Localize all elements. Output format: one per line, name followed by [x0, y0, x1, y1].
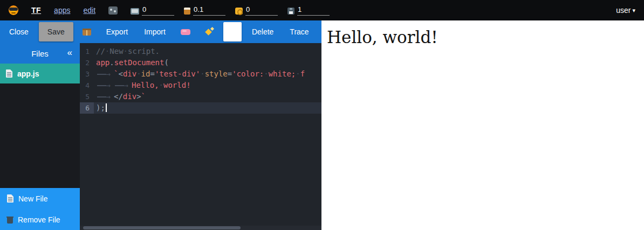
app-root: TF apps edit user ▾ CloseSaveExportImpor… — [0, 0, 644, 230]
tab-whitespace-icon: → — [96, 68, 114, 80]
code-token: = — [150, 69, 154, 78]
code-token: setDocument — [114, 58, 165, 67]
soap-icon — [181, 29, 190, 35]
editor-toolbar: CloseSaveExportImportDeleteTrace — [0, 20, 321, 43]
line-number: 5 — [80, 91, 94, 102]
delete-button[interactable]: Delete — [246, 22, 279, 41]
code-token: . — [109, 58, 114, 67]
floppy-count-input[interactable] — [297, 5, 330, 16]
code-token: ); — [96, 103, 105, 112]
code-text: →`<div·id='test-div'·style='color:·white… — [94, 68, 321, 80]
remove-file-button[interactable]: Remove File — [0, 209, 80, 230]
package-icon — [83, 29, 91, 36]
user-menu[interactable]: user ▾ — [616, 6, 635, 15]
action-label: New File — [18, 194, 47, 203]
computer-count-input[interactable] — [142, 5, 174, 16]
code-token: · — [264, 69, 268, 78]
code-token: · — [136, 69, 141, 78]
app-logo-icon[interactable] — [9, 5, 18, 15]
code-token: 'test-div' — [155, 69, 200, 78]
code-token: 'color: — [232, 69, 264, 78]
code-token: New — [109, 47, 123, 55]
code-token: · — [200, 69, 204, 78]
import-button[interactable]: Import — [138, 22, 172, 41]
code-token: id — [141, 69, 150, 78]
horizontal-scrollbar[interactable] — [80, 226, 321, 230]
document-preview: Hello, world! — [321, 20, 644, 230]
counter — [287, 5, 330, 16]
beer-icon — [184, 8, 190, 15]
preview-text: Hello, world! — [327, 27, 644, 47]
code-token: app — [96, 58, 109, 67]
tab-whitespace-icon: → — [96, 80, 114, 91]
code-token: script. — [128, 47, 160, 55]
files-sidebar: Files « app.js New FileRemove File — [0, 43, 80, 230]
code-text: →→Hello,·world! — [94, 80, 321, 91]
file-item-app.js[interactable]: app.js — [0, 64, 80, 83]
line-number: 1 — [80, 46, 94, 57]
package-button[interactable] — [78, 22, 96, 41]
action-label: Remove File — [18, 215, 60, 224]
computer-icon — [131, 8, 139, 15]
coin-count-input[interactable] — [245, 5, 278, 16]
trace-button[interactable]: Trace — [284, 22, 314, 41]
tab-whitespace-icon: → — [96, 91, 114, 102]
code-text: app.setDocument( — [94, 57, 321, 68]
tab-whitespace-icon: → — [114, 80, 132, 91]
code-token: · — [296, 69, 300, 78]
sidebar-actions: New FileRemove File — [0, 188, 80, 230]
line-number: 2 — [80, 57, 94, 68]
save-button[interactable]: Save — [39, 22, 73, 41]
code-token: · — [159, 81, 163, 89]
code-editor[interactable]: 1//·New·script.2app.setDocument(3→`<div·… — [80, 43, 321, 230]
code-text: →</div>` — [94, 91, 321, 102]
code-line-6[interactable]: 6); — [80, 102, 321, 114]
sparkles-icon — [204, 27, 214, 36]
soap-button[interactable] — [176, 22, 195, 41]
close-button[interactable]: Close — [3, 22, 35, 41]
blank-button[interactable] — [223, 22, 242, 41]
new-file-icon — [7, 194, 13, 203]
collapse-sidebar-button[interactable]: « — [67, 47, 72, 58]
code-token: div — [123, 92, 136, 101]
code-token: ` — [141, 92, 146, 101]
line-number: 3 — [80, 68, 94, 80]
counter — [131, 5, 174, 16]
beer-count-input[interactable] — [193, 5, 225, 16]
code-token: Hello, — [132, 81, 159, 89]
scrollbar-thumb[interactable] — [83, 226, 241, 229]
code-token: // — [96, 47, 105, 55]
code-token: > — [136, 92, 141, 101]
code-token: div — [123, 69, 136, 78]
code-token: = — [228, 69, 232, 78]
code-line-4[interactable]: 4→→Hello,·world! — [80, 80, 321, 91]
apps-link[interactable]: apps — [54, 6, 70, 15]
caret-down-icon: ▾ — [632, 7, 635, 14]
file-icon — [6, 69, 12, 78]
files-header: Files « — [0, 43, 80, 64]
topbar-counters — [131, 5, 330, 16]
control-knobs-icon[interactable] — [108, 6, 118, 15]
export-button[interactable]: Export — [100, 22, 134, 41]
file-list: app.js — [0, 64, 80, 83]
code-line-3[interactable]: 3→`<div·id='test-div'·style='color:·whit… — [80, 68, 321, 80]
brand-link[interactable]: TF — [31, 6, 41, 15]
code-line-5[interactable]: 5→</div>` — [80, 91, 321, 102]
code-token: </ — [114, 92, 123, 101]
code-token: f — [300, 69, 305, 78]
code-line-2[interactable]: 2app.setDocument( — [80, 57, 321, 68]
code-token: white; — [269, 69, 296, 78]
code-token: ( — [164, 58, 168, 67]
floppy-icon — [287, 8, 294, 15]
new-file-button[interactable]: New File — [0, 188, 80, 209]
sparkles-button[interactable] — [200, 22, 219, 41]
code-line-1[interactable]: 1//·New·script. — [80, 46, 321, 57]
line-number: 4 — [80, 80, 94, 91]
line-number: 6 — [80, 102, 94, 114]
code-text: ); — [94, 102, 321, 114]
file-label: app.js — [17, 69, 39, 78]
user-label: user — [616, 6, 631, 15]
counter — [184, 5, 225, 16]
code-token: world! — [163, 81, 191, 89]
edit-link[interactable]: edit — [83, 6, 95, 15]
